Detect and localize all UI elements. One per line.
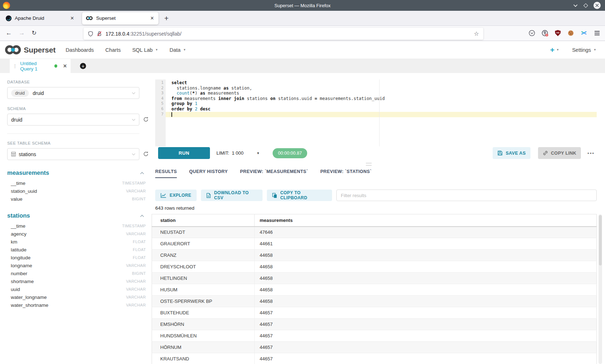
nav-dashboards[interactable]: Dashboards <box>66 47 94 53</box>
schema-column-row: water_shortnameVARCHAR <box>7 301 146 309</box>
drag-handle-icon[interactable]: ⋮ <box>13 63 17 69</box>
chevron-down-icon: ▼ <box>155 48 158 51</box>
results-header-row: station measurements <box>152 214 597 227</box>
limit-label: LIMIT: 1 000 <box>216 150 243 156</box>
column-type: TIMESTAMP <box>122 181 146 185</box>
nav-sql-lab[interactable]: SQL Lab▼ <box>132 47 158 53</box>
query-tab-close-icon[interactable]: ✕ <box>63 63 67 69</box>
code-line: count(*) as measurements <box>171 91 597 96</box>
results-table-body: NEUSTADT47646GRAUERORT44661CRANZ44658DRE… <box>152 227 597 364</box>
chevron-up-icon[interactable] <box>140 171 144 175</box>
column-name: number <box>7 271 27 276</box>
tab-query-history[interactable]: QUERY HISTORY <box>189 169 228 178</box>
pane-resize-handle[interactable] <box>366 163 372 165</box>
column-header-measurements[interactable]: measurements <box>255 214 597 227</box>
schema-table-header[interactable]: stations <box>7 212 146 219</box>
pocket-icon[interactable] <box>529 30 535 36</box>
nav-data[interactable]: Data▼ <box>170 47 186 53</box>
schema-table-header[interactable]: measurements <box>7 169 146 176</box>
column-header-station[interactable]: station <box>152 214 255 227</box>
chevron-down-icon <box>131 91 136 95</box>
add-new-button[interactable]: +▼ <box>550 46 559 54</box>
editor-code[interactable]: select stations.longname as station, cou… <box>166 80 597 117</box>
superset-navbar: Superset Dashboards Charts SQL Lab▼ Data… <box>0 41 605 59</box>
browser-tab-apache-druid[interactable]: Apache Druid ✕ <box>2 12 79 24</box>
ublock-icon[interactable]: UO <box>555 30 561 36</box>
tab-preview-stations[interactable]: PREVIEW: `STATIONS` <box>320 169 371 178</box>
table-select[interactable]: stations <box>7 148 139 160</box>
window-minimize-icon[interactable] <box>573 4 578 7</box>
url-path: :32251/superset/sqllab/ <box>129 31 182 37</box>
query-tab-strip: ⋮ Untitled Query 1 ✕ + <box>0 59 605 73</box>
nav-charts[interactable]: Charts <box>105 47 121 53</box>
svg-text:UO: UO <box>556 32 560 34</box>
window-close-icon[interactable] <box>593 2 601 9</box>
forward-button[interactable]: → <box>19 29 25 37</box>
tab-close-icon[interactable]: ✕ <box>70 15 75 21</box>
explore-button[interactable]: EXPLORE <box>155 190 197 201</box>
schema-column-row: valueBIGINT <box>7 195 146 203</box>
copy-clipboard-button[interactable]: COPY TO CLIPBOARD <box>267 190 332 201</box>
browser-tab-superset[interactable]: Superset ✕ <box>82 12 158 24</box>
tab-preview-measurements[interactable]: PREVIEW: `MEASUREMENTS` <box>240 169 308 178</box>
more-actions-button[interactable]: ••• <box>587 150 595 156</box>
tab-title: Apache Druid <box>15 15 70 21</box>
tab-close-icon[interactable]: ✕ <box>149 15 155 21</box>
results-scrollbar[interactable] <box>599 214 602 364</box>
refresh-table-icon[interactable] <box>143 151 149 157</box>
url-bar[interactable]: 172.18.0.4:32251/superset/sqllab/ ☆ <box>84 28 483 40</box>
cell-measurements: 44658 <box>255 261 597 273</box>
column-type: FLOAT <box>133 240 146 244</box>
code-line <box>171 112 597 117</box>
window-maximize-icon[interactable] <box>583 3 588 8</box>
asterisk-extension-icon[interactable] <box>581 30 587 36</box>
hamburger-menu-icon[interactable] <box>594 31 600 36</box>
new-query-tab-button[interactable]: + <box>80 63 86 69</box>
shield-icon[interactable] <box>88 31 93 37</box>
chevron-down-icon <box>131 153 136 156</box>
editor-cursor <box>171 112 172 117</box>
cookie-extension-icon[interactable] <box>568 30 574 36</box>
run-button[interactable]: RUN <box>158 147 210 159</box>
superset-logo[interactable]: Superset <box>4 44 55 55</box>
result-row: DREYSCHLOOT44658 <box>152 261 597 273</box>
limit-dropdown-icon[interactable]: ▼ <box>256 151 260 155</box>
settings-menu[interactable]: Settings▼ <box>572 47 596 53</box>
cell-measurements: 44658 <box>255 273 597 284</box>
bookmark-star-icon[interactable]: ☆ <box>474 30 479 37</box>
tab-title: Superset <box>96 15 149 21</box>
back-button[interactable]: ← <box>6 29 12 37</box>
schema-column-row: shortnameVARCHAR <box>7 277 146 285</box>
schema-column-row: uuidVARCHAR <box>7 285 146 293</box>
copy-link-button[interactable]: COPY LINK <box>538 147 581 159</box>
results-scrollbar-thumb[interactable] <box>599 215 602 265</box>
filter-results-input[interactable] <box>336 190 597 201</box>
database-select[interactable]: druid druid <box>7 87 139 99</box>
line-number: 1 <box>155 80 166 86</box>
cell-measurements: 44657 <box>255 319 597 330</box>
download-csv-button[interactable]: DOWNLOAD TO CSV <box>201 190 263 201</box>
tab-results[interactable]: RESULTS <box>155 169 177 178</box>
key-extension-icon[interactable] <box>542 30 548 37</box>
cell-station: HETLINGEN <box>152 273 255 284</box>
druid-favicon <box>6 15 12 21</box>
sql-editor[interactable]: 1234567 select stations.longname as stat… <box>154 79 597 146</box>
results-table: station measurements NEUSTADT47646GRAUER… <box>152 214 597 364</box>
line-number: 4 <box>155 96 166 101</box>
schema-table-section: stations__timeTIMESTAMPagencyVARCHARkmFL… <box>7 212 146 309</box>
schema-column-row: agencyVARCHAR <box>7 230 146 238</box>
insecure-lock-icon[interactable] <box>97 31 102 37</box>
save-as-button[interactable]: SAVE AS <box>493 147 530 159</box>
column-type: VARCHAR <box>126 279 146 283</box>
sidebar-divider <box>7 133 139 134</box>
chevron-up-icon[interactable] <box>140 214 144 218</box>
line-number: 6 <box>155 106 166 112</box>
query-tab-untitled-1[interactable]: ⋮ Untitled Query 1 ✕ <box>10 59 71 73</box>
schema-select[interactable]: druid <box>7 114 139 126</box>
refresh-schema-icon[interactable] <box>143 117 149 122</box>
reload-button[interactable]: ↻ <box>32 29 36 36</box>
schema-table-section: measurements__timeTIMESTAMPstation_uuidV… <box>7 169 146 203</box>
window-titlebar: Superset — Mozilla Firefox <box>0 0 605 11</box>
new-tab-button[interactable]: + <box>164 14 169 22</box>
schema-column-row: __timeTIMESTAMP <box>7 222 146 230</box>
